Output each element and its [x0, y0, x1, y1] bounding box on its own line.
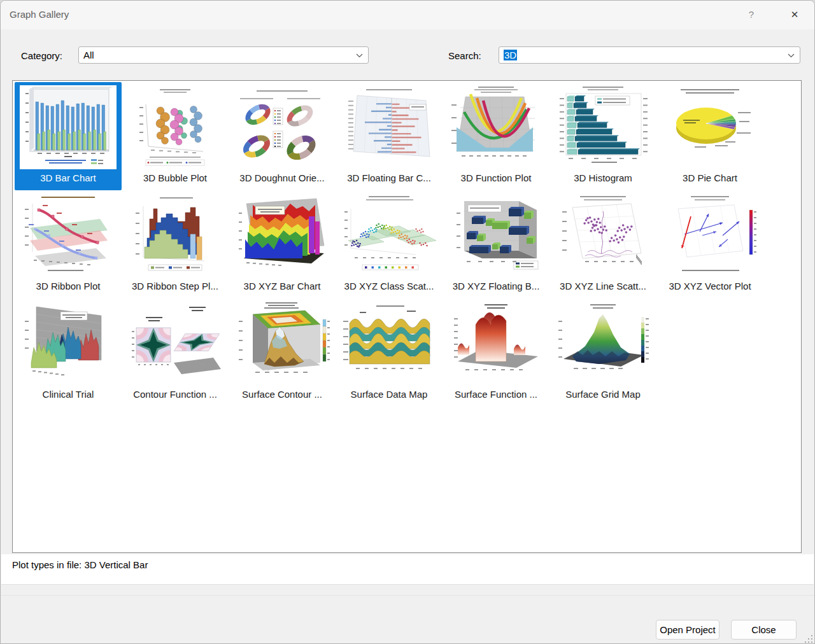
- gallery-item-contour-function[interactable]: Contour Function ...: [122, 298, 229, 407]
- gallery-item-surface-contour[interactable]: Surface Contour ...: [229, 298, 336, 407]
- gallery-item-label: Surface Grid Map: [565, 389, 641, 400]
- gallery-item-3d-xyz-line-scatt[interactable]: 3D XYZ Line Scatt...: [549, 190, 656, 298]
- category-dropdown[interactable]: All: [78, 46, 369, 64]
- contourfunction-thumbnail: [127, 302, 223, 386]
- chevron-down-icon: [788, 53, 795, 58]
- resize-grip-dots-icon: [805, 635, 812, 643]
- gallery-item-surface-function[interactable]: Surface Function ...: [443, 298, 549, 407]
- resize-grip[interactable]: [805, 634, 812, 641]
- question-icon: ?: [749, 9, 754, 20]
- clinicaltrial-thumbnail: [20, 302, 117, 386]
- pie3d-thumbnail: [662, 85, 758, 169]
- gallery-item-3d-bar-chart[interactable]: 3D Bar Chart: [15, 82, 122, 190]
- bar3d-thumbnail: [20, 85, 117, 169]
- gallery-item-label: 3D Bar Chart: [40, 172, 96, 183]
- gallery-item-label: 3D Floating Bar C...: [347, 172, 431, 183]
- ribbonstep3d-thumbnail: [127, 193, 223, 277]
- gallery-item-surface-data-map[interactable]: Surface Data Map: [336, 298, 443, 407]
- titlebar-close-button[interactable]: ✕: [785, 6, 804, 23]
- gallery-item-label: 3D XYZ Vector Plot: [669, 281, 751, 291]
- surfacecontour-thumbnail: [234, 302, 330, 386]
- search-label: Search:: [448, 50, 481, 61]
- doughnut3d-thumbnail: [234, 85, 330, 169]
- function3d-thumbnail: [448, 85, 544, 169]
- gallery-item-label: 3D XYZ Line Scatt...: [560, 281, 646, 291]
- gallery-item-label: Contour Function ...: [133, 389, 217, 400]
- status-bar: Plot types in file: 3D Vertical Bar: [1, 554, 814, 585]
- ribbon3d-thumbnail: [20, 193, 117, 277]
- gallery-item-surface-grid-map[interactable]: Surface Grid Map: [549, 298, 656, 407]
- open-project-button[interactable]: Open Project: [656, 620, 719, 640]
- gallery-item-label: Surface Contour ...: [242, 389, 322, 400]
- gallery-item-3d-ribbon-plot[interactable]: 3D Ribbon Plot: [15, 190, 122, 298]
- gallery-item-clinical-trial[interactable]: Clinical Trial: [15, 298, 122, 407]
- floatingbar3d-thumbnail: [341, 85, 437, 169]
- gallery-item-label: 3D Ribbon Step Pl...: [132, 281, 218, 291]
- gallery-item-3d-xyz-class-scat[interactable]: 3D XYZ Class Scat...: [336, 190, 443, 298]
- gallery-item-label: 3D XYZ Floating B...: [453, 281, 540, 291]
- gallery-item-label: 3D Histogram: [574, 172, 632, 183]
- gallery-item-label: Surface Function ...: [455, 389, 537, 400]
- close-icon: ✕: [791, 9, 799, 20]
- graph-gallery-dialog: Graph Gallery ? ✕ Category: All Search: …: [0, 0, 815, 644]
- surfacedatamap-thumbnail: [341, 302, 437, 386]
- gallery-item-label: 3D XYZ Bar Chart: [244, 281, 321, 291]
- search-input[interactable]: 3D: [499, 46, 800, 64]
- category-value: All: [83, 50, 94, 60]
- gallery-item-label: Surface Data Map: [351, 389, 428, 400]
- help-button[interactable]: ?: [742, 6, 760, 23]
- gallery-item-label: 3D XYZ Class Scat...: [344, 281, 434, 291]
- gallery-item-label: 3D Function Plot: [461, 172, 532, 183]
- linescatter3d-thumbnail: [555, 193, 651, 277]
- classscatter3d-thumbnail: [341, 193, 437, 277]
- surfacefunction-thumbnail: [448, 302, 544, 386]
- titlebar: Graph Gallery ? ✕: [1, 1, 814, 29]
- gallery-item-label: 3D Doughnut Orie...: [239, 172, 324, 183]
- vector3d-thumbnail: [662, 193, 758, 277]
- category-label: Category:: [21, 50, 62, 61]
- gallery-item-label: Clinical Trial: [43, 389, 94, 400]
- gallery-item-3d-ribbon-step-pl[interactable]: 3D Ribbon Step Pl...: [122, 190, 229, 298]
- gallery-panel: 3D Bar Chart3D Bubble Plot3D Doughnut Or…: [12, 80, 802, 553]
- gallery-item-3d-histogram[interactable]: 3D Histogram: [549, 82, 656, 190]
- gallery-item-label: 3D Ribbon Plot: [36, 281, 101, 291]
- window-title: Graph Gallery: [10, 9, 69, 20]
- bubble3d-thumbnail: [127, 85, 223, 169]
- close-button[interactable]: Close: [731, 620, 797, 640]
- search-value-selected: 3D: [504, 50, 517, 60]
- gallery-item-label: 3D Bubble Plot: [143, 172, 207, 183]
- histogram3d-thumbnail: [555, 85, 651, 169]
- surfacegridmap-thumbnail: [555, 302, 651, 386]
- xyzbar3d-thumbnail: [234, 193, 330, 277]
- gallery-item-3d-pie-chart[interactable]: 3D Pie Chart: [656, 82, 763, 190]
- gallery-item-3d-function-plot[interactable]: 3D Function Plot: [443, 82, 549, 190]
- gallery-item-3d-floating-bar-c[interactable]: 3D Floating Bar C...: [336, 82, 443, 190]
- status-text: Plot types in file: 3D Vertical Bar: [12, 559, 148, 570]
- gallery-item-label: 3D Pie Chart: [683, 172, 737, 183]
- gallery-item-3d-bubble-plot[interactable]: 3D Bubble Plot: [122, 82, 229, 190]
- gallery-grid: 3D Bar Chart3D Bubble Plot3D Doughnut Or…: [13, 81, 801, 407]
- footer-separator: [1, 595, 814, 596]
- xyzfloating3d-thumbnail: [448, 193, 544, 277]
- gallery-item-3d-xyz-floating-b[interactable]: 3D XYZ Floating B...: [443, 190, 549, 298]
- gallery-item-3d-doughnut-orie[interactable]: 3D Doughnut Orie...: [229, 82, 336, 190]
- chevron-down-icon: [356, 53, 363, 58]
- gallery-item-3d-xyz-bar-chart[interactable]: 3D XYZ Bar Chart: [229, 190, 336, 298]
- gallery-item-3d-xyz-vector-plot[interactable]: 3D XYZ Vector Plot: [656, 190, 763, 298]
